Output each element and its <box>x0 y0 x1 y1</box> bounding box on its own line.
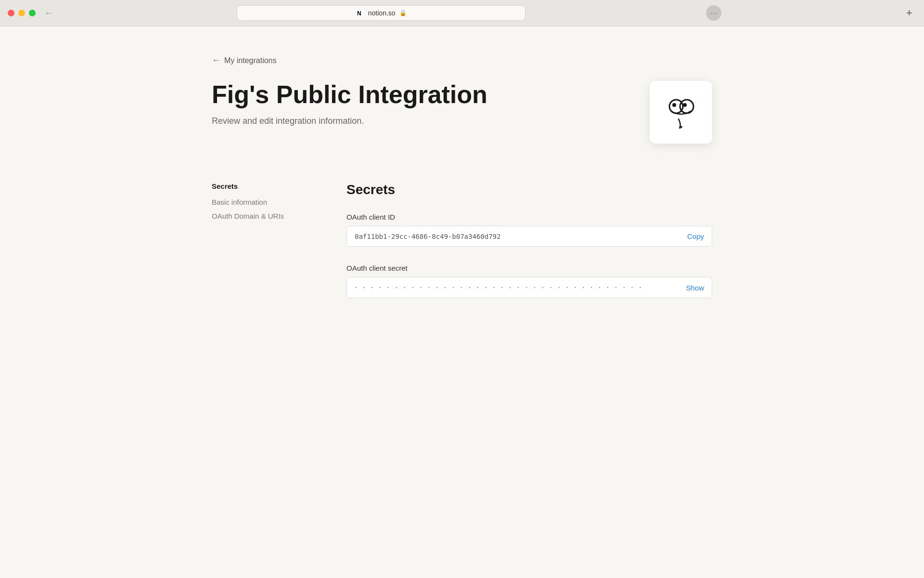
oauth-client-id-row: 0af11bb1-29cc-4686-8c49-b07a3460d792 Cop… <box>346 226 712 247</box>
integration-logo <box>650 81 712 144</box>
page-subtitle: Review and edit integration information. <box>212 116 488 126</box>
notion-favicon: N <box>356 9 364 17</box>
traffic-lights <box>8 10 36 16</box>
oauth-client-secret-group: OAuth client secret · · · · · · · · · · … <box>346 264 712 298</box>
url-text: notion.so <box>368 9 396 17</box>
integration-logo-svg <box>662 93 700 131</box>
sidebar-item-oauth-domain[interactable]: OAuth Domain & URIs <box>212 210 308 222</box>
back-arrow-icon: ← <box>212 55 220 66</box>
oauth-client-secret-label: OAuth client secret <box>346 264 712 272</box>
oauth-client-id-group: OAuth client ID 0af11bb1-29cc-4686-8c49-… <box>346 213 712 247</box>
copy-client-id-button[interactable]: Copy <box>687 232 704 240</box>
show-secret-button[interactable]: Show <box>686 284 704 292</box>
lock-icon: 🔒 <box>399 10 407 16</box>
oauth-client-id-value: 0af11bb1-29cc-4686-8c49-b07a3460d792 <box>355 233 681 240</box>
oauth-client-secret-row: · · · · · · · · · · · · · · · · · · · · … <box>346 277 712 298</box>
browser-chrome: ← N notion.so 🔒 ··· + <box>0 0 924 26</box>
maximize-button[interactable] <box>29 10 36 16</box>
oauth-client-secret-value: · · · · · · · · · · · · · · · · · · · · … <box>355 283 680 292</box>
page-content: ← My integrations Fig's Public Integrati… <box>0 26 924 578</box>
svg-point-5 <box>683 103 687 107</box>
oauth-client-id-label: OAuth client ID <box>346 213 712 221</box>
browser-titlebar: ← N notion.so 🔒 ··· + <box>8 5 916 26</box>
page-title: Fig's Public Integration <box>212 81 488 108</box>
dots-icon: ··· <box>710 9 718 17</box>
header-text: Fig's Public Integration Review and edit… <box>212 81 488 126</box>
browser-nav: ← <box>41 6 56 20</box>
page-header: Fig's Public Integration Review and edit… <box>212 81 712 144</box>
browser-menu-button[interactable]: ··· <box>706 5 721 21</box>
back-nav-arrow[interactable]: ← <box>41 6 56 20</box>
content-area: Secrets OAuth client ID 0af11bb1-29cc-46… <box>346 182 712 315</box>
minimize-button[interactable] <box>18 10 25 16</box>
svg-point-4 <box>672 103 676 107</box>
back-navigation[interactable]: ← My integrations <box>212 55 712 66</box>
address-bar[interactable]: N notion.so 🔒 <box>237 5 526 21</box>
sidebar-active-section: Secrets <box>212 182 308 190</box>
new-tab-button[interactable]: + <box>902 5 916 21</box>
secrets-section-title: Secrets <box>346 182 712 197</box>
sidebar-item-basic-information[interactable]: Basic information <box>212 196 308 208</box>
back-nav-label: My integrations <box>224 56 277 65</box>
address-bar-container: N notion.so 🔒 <box>237 5 526 21</box>
sidebar: Secrets Basic information OAuth Domain &… <box>212 182 308 315</box>
svg-point-3 <box>680 100 693 113</box>
svg-text:N: N <box>357 10 361 17</box>
close-button[interactable] <box>8 10 14 16</box>
main-layout: Secrets Basic information OAuth Domain &… <box>212 182 712 315</box>
